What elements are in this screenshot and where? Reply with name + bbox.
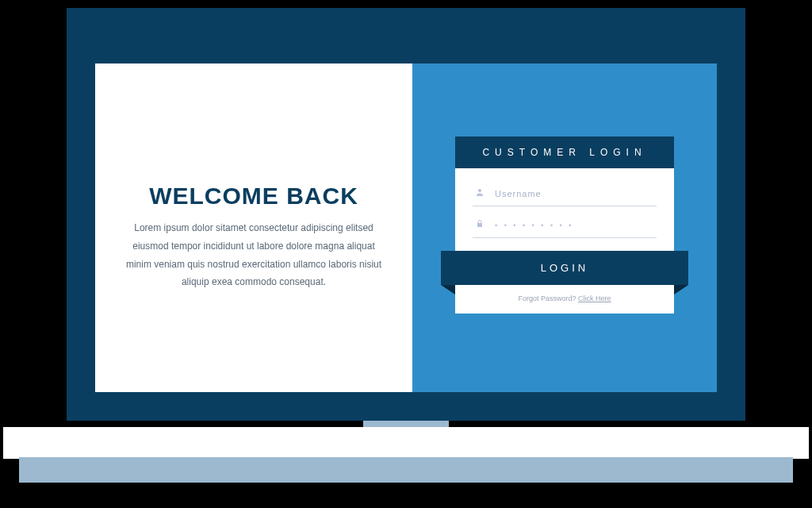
svg-point-0 (478, 189, 481, 192)
login-panel: CUSTOMER LOGIN • • • • • • • • • (412, 64, 717, 392)
login-header: CUSTOMER LOGIN (455, 137, 674, 168)
password-input[interactable]: • • • • • • • • • (495, 221, 573, 229)
password-field[interactable]: • • • • • • • • • (473, 214, 657, 238)
welcome-panel: WELCOME BACK Lorem ipsum dolor sitamet c… (95, 64, 412, 392)
forgot-prefix: Forgot Password? (518, 294, 578, 302)
welcome-text: Lorem ipsum dolor sitamet consectetur ad… (125, 219, 382, 291)
login-body: • • • • • • • • • (455, 168, 674, 251)
svg-rect-1 (477, 223, 482, 227)
forgot-password-link[interactable]: Click Here (578, 294, 611, 302)
laptop-frame: WELCOME BACK Lorem ipsum dolor sitamet c… (67, 8, 745, 421)
lock-icon (473, 219, 487, 231)
screen: WELCOME BACK Lorem ipsum dolor sitamet c… (95, 64, 717, 392)
forgot-password: Forgot Password? Click Here (455, 285, 674, 314)
welcome-title: WELCOME BACK (125, 183, 382, 210)
laptop-base-bottom (19, 457, 793, 483)
login-card: CUSTOMER LOGIN • • • • • • • • • (455, 137, 674, 314)
laptop-base-top (3, 427, 809, 459)
user-icon (473, 187, 487, 199)
username-field[interactable] (473, 183, 657, 206)
ribbon-left-corner (441, 285, 455, 294)
login-button-ribbon: LOGIN (441, 251, 688, 285)
username-input[interactable] (495, 189, 657, 198)
login-button[interactable]: LOGIN (441, 251, 688, 285)
ribbon-right-corner (674, 285, 688, 294)
